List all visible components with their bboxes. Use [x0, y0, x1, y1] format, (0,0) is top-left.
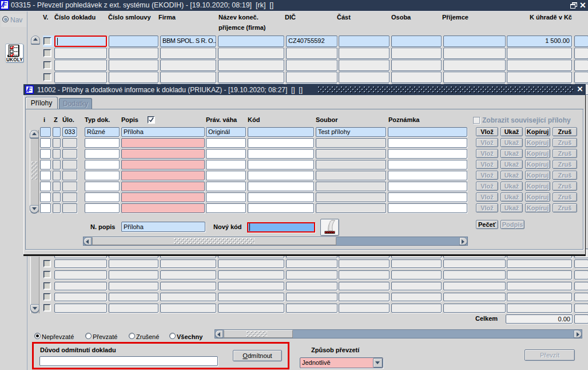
- svg-text:F: F: [27, 86, 32, 93]
- svg-text:F: F: [2, 1, 7, 8]
- svg-text:ÚKOLY: ÚKOLY: [6, 56, 23, 62]
